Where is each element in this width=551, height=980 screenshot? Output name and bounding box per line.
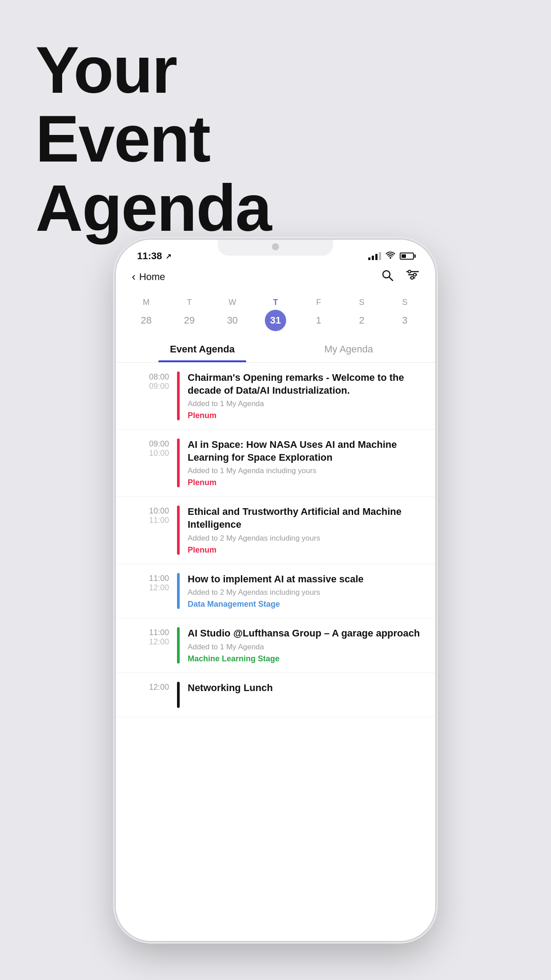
- tab-event-agenda[interactable]: Event Agenda: [129, 336, 276, 362]
- color-bar-1: [177, 371, 180, 420]
- content-3: Ethical and Trustworthy Artificial and M…: [188, 506, 422, 554]
- cal-day-mon[interactable]: M 28: [131, 298, 162, 331]
- calendar-strip: M 28 T 29 W 30 T 31 F 1: [116, 289, 435, 336]
- cal-day-wed[interactable]: W 30: [217, 298, 248, 331]
- phone-camera: [272, 243, 279, 250]
- content-4: How to implement AI at massive scale Add…: [188, 573, 422, 609]
- agenda-item-4[interactable]: 11:00 12:00 How to implement AI at massi…: [116, 564, 435, 619]
- color-bar-3: [177, 506, 180, 554]
- search-icon[interactable]: [381, 269, 394, 285]
- phone-mockup: 11:38 ↗: [116, 240, 435, 941]
- cal-day-sun[interactable]: S 3: [389, 298, 420, 331]
- cal-day-tue[interactable]: T 29: [174, 298, 205, 331]
- content-2: AI in Space: How NASA Uses AI and Machin…: [188, 439, 422, 487]
- time-1: 08:00 09:00: [129, 371, 169, 420]
- color-bar-6: [177, 682, 180, 708]
- back-button[interactable]: ‹ Home: [132, 270, 165, 284]
- agenda-item-2[interactable]: 09:00 10:00 AI in Space: How NASA Uses A…: [116, 430, 435, 497]
- cal-day-thu-active[interactable]: T 31: [260, 298, 291, 331]
- agenda-item-5[interactable]: 11:00 12:00 AI Studio @Lufthansa Group –…: [116, 618, 435, 673]
- status-time: 11:38 ↗: [137, 250, 171, 262]
- content-1: Chairman's Opening remarks - Welcome to …: [188, 371, 422, 420]
- nav-header: ‹ Home: [116, 265, 435, 289]
- agenda-item-3[interactable]: 10:00 11:00 Ethical and Trustworthy Arti…: [116, 497, 435, 564]
- agenda-item-6[interactable]: 12:00 Networking Lunch: [116, 673, 435, 717]
- svg-point-7: [411, 277, 413, 279]
- cal-day-fri[interactable]: F 1: [303, 298, 334, 331]
- status-icons: [368, 252, 414, 261]
- phone-frame: 11:38 ↗: [116, 240, 435, 941]
- svg-line-1: [390, 277, 393, 281]
- back-label: Home: [139, 271, 165, 283]
- location-icon: ↗: [165, 252, 171, 261]
- agenda-list: 08:00 09:00 Chairman's Opening remarks -…: [116, 363, 435, 717]
- svg-point-0: [383, 271, 390, 278]
- wifi-icon: [386, 252, 395, 261]
- color-bar-5: [177, 627, 180, 664]
- back-arrow-icon: ‹: [132, 270, 136, 284]
- hero-title: Your Event Agenda: [35, 36, 271, 242]
- svg-point-6: [413, 273, 416, 276]
- filter-icon[interactable]: [406, 269, 419, 285]
- time-4: 11:00 12:00: [129, 573, 169, 609]
- content-6: Networking Lunch: [188, 682, 422, 708]
- time-3: 10:00 11:00: [129, 506, 169, 554]
- agenda-item-1[interactable]: 08:00 09:00 Chairman's Opening remarks -…: [116, 363, 435, 430]
- color-bar-4: [177, 573, 180, 609]
- time-6: 12:00: [129, 682, 169, 708]
- phone-screen: 11:38 ↗: [116, 240, 435, 941]
- battery-icon: [400, 253, 414, 260]
- content-5: AI Studio @Lufthansa Group – A garage ap…: [188, 627, 422, 664]
- svg-point-5: [408, 270, 411, 273]
- time-5: 11:00 12:00: [129, 627, 169, 664]
- tabs: Event Agenda My Agenda: [116, 336, 435, 363]
- time-2: 09:00 10:00: [129, 439, 169, 487]
- cal-day-sat[interactable]: S 2: [346, 298, 377, 331]
- color-bar-2: [177, 439, 180, 487]
- nav-actions: [381, 269, 419, 285]
- tab-my-agenda[interactable]: My Agenda: [276, 336, 422, 362]
- signal-icon: [368, 252, 381, 260]
